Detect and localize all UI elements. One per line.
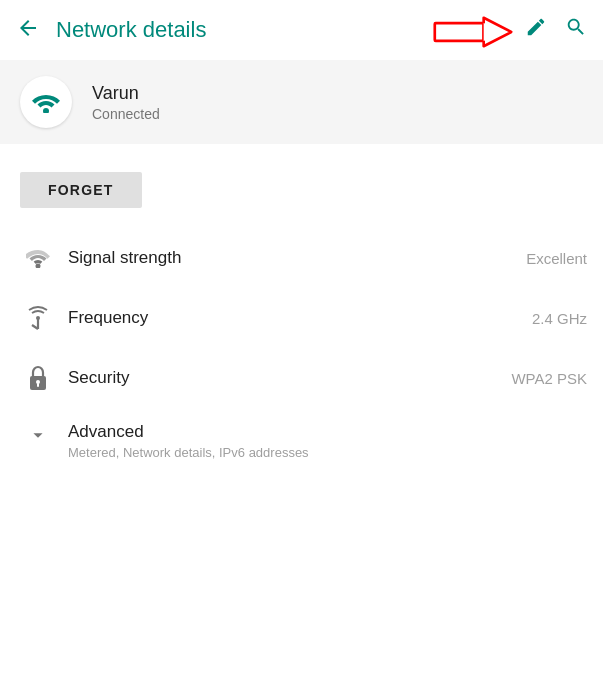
svg-point-8 — [36, 316, 40, 320]
signal-label: Signal strength — [60, 248, 526, 268]
signal-value: Excellent — [526, 250, 587, 267]
page-title: Network details — [56, 17, 525, 43]
network-status: Connected — [92, 106, 160, 122]
frequency-row: Frequency 2.4 GHz — [0, 288, 603, 348]
signal-row: Signal strength Excellent — [0, 228, 603, 288]
advanced-label: Advanced — [68, 422, 587, 442]
network-info: Varun Connected — [92, 83, 160, 122]
search-button[interactable] — [565, 16, 587, 44]
signal-icon — [16, 248, 60, 268]
advanced-row[interactable]: Advanced Metered, Network details, IPv6 … — [0, 408, 603, 474]
network-name: Varun — [92, 83, 160, 104]
svg-point-5 — [36, 264, 41, 269]
forget-section: FORGET — [0, 152, 603, 228]
frequency-label: Frequency — [60, 308, 532, 328]
advanced-sublabel: Metered, Network details, IPv6 addresses — [68, 445, 587, 460]
svg-point-4 — [43, 108, 49, 113]
security-label: Security — [60, 368, 511, 388]
header: Network details — [0, 0, 603, 60]
edit-button[interactable] — [525, 16, 547, 44]
chevron-down-icon — [16, 422, 60, 446]
security-icon — [16, 365, 60, 391]
network-card: Varun Connected — [0, 60, 603, 144]
back-button[interactable] — [16, 16, 40, 45]
header-actions — [525, 16, 587, 44]
advanced-content: Advanced Metered, Network details, IPv6 … — [60, 422, 587, 460]
security-row: Security WPA2 PSK — [0, 348, 603, 408]
wifi-circle-icon — [20, 76, 72, 128]
frequency-value: 2.4 GHz — [532, 310, 587, 327]
svg-rect-11 — [37, 383, 39, 387]
forget-button[interactable]: FORGET — [20, 172, 142, 208]
security-value: WPA2 PSK — [511, 370, 587, 387]
frequency-icon — [16, 305, 60, 331]
